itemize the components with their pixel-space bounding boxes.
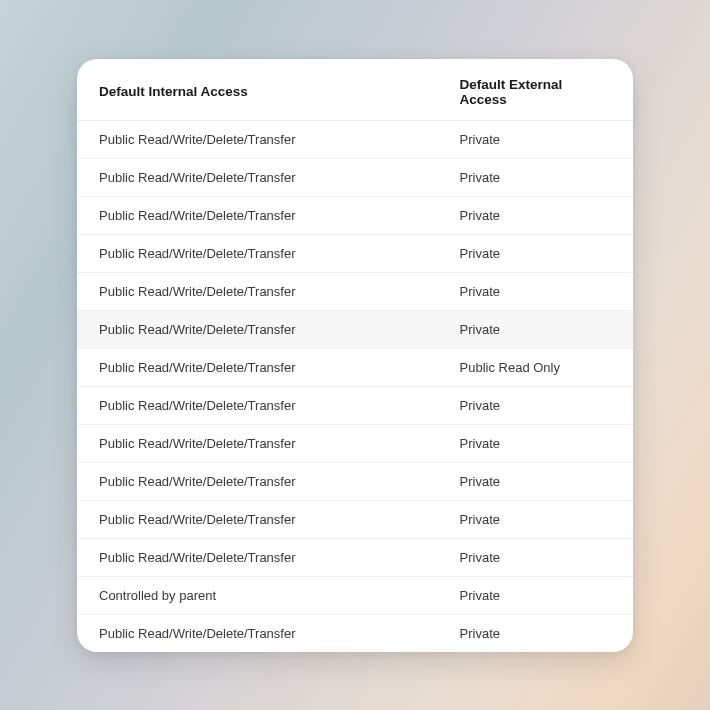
- cell-internal-access: Controlled by parent: [77, 576, 450, 614]
- table-header-row: Default Internal Access Default External…: [77, 63, 633, 121]
- table-row[interactable]: Public Read/Write/Delete/TransferPrivate: [77, 310, 633, 348]
- cell-internal-access: Public Read/Write/Delete/Transfer: [77, 500, 450, 538]
- cell-external-access: Private: [450, 272, 633, 310]
- access-table: Default Internal Access Default External…: [77, 63, 633, 652]
- cell-external-access: Private: [450, 120, 633, 158]
- table-row[interactable]: Public Read/Write/Delete/TransferPublic …: [77, 348, 633, 386]
- cell-external-access: Private: [450, 196, 633, 234]
- cell-internal-access: Public Read/Write/Delete/Transfer: [77, 462, 450, 500]
- table-row[interactable]: Public Read/Write/Delete/TransferPrivate: [77, 120, 633, 158]
- table-row[interactable]: Controlled by parentPrivate: [77, 576, 633, 614]
- cell-internal-access: Public Read/Write/Delete/Transfer: [77, 348, 450, 386]
- table-row[interactable]: Public Read/Write/Delete/TransferPrivate: [77, 462, 633, 500]
- table-row[interactable]: Public Read/Write/Delete/TransferPrivate: [77, 614, 633, 652]
- cell-internal-access: Public Read/Write/Delete/Transfer: [77, 538, 450, 576]
- cell-external-access: Private: [450, 386, 633, 424]
- cell-external-access: Private: [450, 424, 633, 462]
- table-row[interactable]: Public Read/Write/Delete/TransferPrivate: [77, 196, 633, 234]
- column-header-external[interactable]: Default External Access: [450, 63, 633, 121]
- cell-external-access: Private: [450, 538, 633, 576]
- cell-external-access: Private: [450, 500, 633, 538]
- cell-external-access: Private: [450, 614, 633, 652]
- cell-internal-access: Public Read/Write/Delete/Transfer: [77, 120, 450, 158]
- table-row[interactable]: Public Read/Write/Delete/TransferPrivate: [77, 500, 633, 538]
- table-row[interactable]: Public Read/Write/Delete/TransferPrivate: [77, 386, 633, 424]
- cell-external-access: Private: [450, 576, 633, 614]
- cell-internal-access: Public Read/Write/Delete/Transfer: [77, 424, 450, 462]
- cell-external-access: Private: [450, 158, 633, 196]
- cell-internal-access: Public Read/Write/Delete/Transfer: [77, 196, 450, 234]
- cell-internal-access: Public Read/Write/Delete/Transfer: [77, 234, 450, 272]
- access-settings-card: Default Internal Access Default External…: [77, 59, 633, 652]
- cell-external-access: Public Read Only: [450, 348, 633, 386]
- cell-external-access: Private: [450, 462, 633, 500]
- cell-internal-access: Public Read/Write/Delete/Transfer: [77, 158, 450, 196]
- table-row[interactable]: Public Read/Write/Delete/TransferPrivate: [77, 538, 633, 576]
- cell-internal-access: Public Read/Write/Delete/Transfer: [77, 614, 450, 652]
- cell-internal-access: Public Read/Write/Delete/Transfer: [77, 386, 450, 424]
- cell-internal-access: Public Read/Write/Delete/Transfer: [77, 310, 450, 348]
- table-row[interactable]: Public Read/Write/Delete/TransferPrivate: [77, 158, 633, 196]
- cell-internal-access: Public Read/Write/Delete/Transfer: [77, 272, 450, 310]
- cell-external-access: Private: [450, 234, 633, 272]
- table-row[interactable]: Public Read/Write/Delete/TransferPrivate: [77, 234, 633, 272]
- column-header-internal[interactable]: Default Internal Access: [77, 63, 450, 121]
- table-row[interactable]: Public Read/Write/Delete/TransferPrivate: [77, 272, 633, 310]
- table-row[interactable]: Public Read/Write/Delete/TransferPrivate: [77, 424, 633, 462]
- cell-external-access: Private: [450, 310, 633, 348]
- table-body: Public Read/Write/Delete/TransferPrivate…: [77, 120, 633, 652]
